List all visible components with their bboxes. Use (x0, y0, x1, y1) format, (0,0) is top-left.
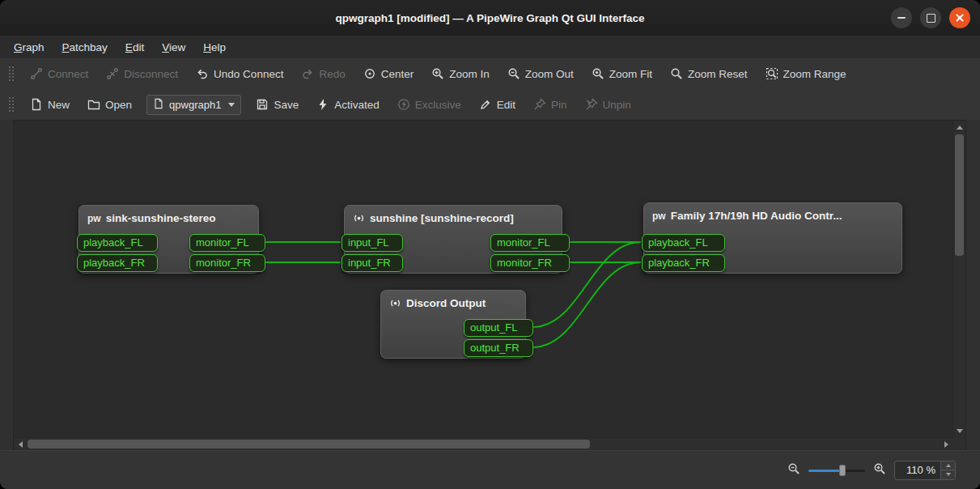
horizontal-scrollbar[interactable] (14, 437, 952, 450)
redo-button[interactable]: Redo (293, 63, 353, 84)
menu-view[interactable]: View (153, 38, 194, 57)
toolbar-drag-handle[interactable] (8, 96, 14, 113)
scroll-left-button[interactable] (14, 438, 27, 451)
menubar: Graph Patchbay Edit View Help (0, 36, 980, 59)
connect-button[interactable]: Connect (22, 63, 96, 84)
zoom-step-down-button[interactable] (941, 470, 955, 479)
zoom-in-icon (431, 67, 444, 80)
port-playback_FR[interactable]: playback_FR (642, 254, 725, 272)
scrollbar-corner (952, 437, 965, 450)
exclusive-toggle[interactable]: Exclusive (389, 94, 469, 115)
pin-icon (533, 98, 546, 111)
port-monitor_FR[interactable]: monitor_FR (490, 254, 570, 272)
connection-line (532, 262, 641, 347)
zoom-controls: 110 % (787, 451, 956, 489)
zoom-in-button[interactable]: Zoom In (423, 63, 498, 84)
activated-bolt-icon (316, 98, 329, 111)
arrow-up-icon (946, 464, 951, 467)
scroll-up-button[interactable] (953, 121, 966, 134)
node-discord-output[interactable]: Discord Output output_FL output_FR (380, 290, 526, 359)
node-sink-sunshine-stereo[interactable]: pw sink-sunshine-stereo playback_FL play… (78, 205, 259, 274)
zoom-slider[interactable] (808, 464, 865, 477)
zoom-reset-button[interactable]: Zoom Reset (662, 63, 756, 84)
graph-canvas[interactable]: pw sink-sunshine-stereo playback_FL play… (14, 121, 952, 437)
horizontal-scrollbar-thumb[interactable] (28, 440, 590, 449)
port-output_FL[interactable]: output_FL (464, 319, 533, 337)
zoom-out-icon[interactable] (787, 462, 800, 478)
edit-pencil-icon (479, 98, 492, 111)
zoom-in-icon[interactable] (873, 462, 886, 478)
minimize-icon (897, 17, 906, 19)
node-header: Discord Output (381, 291, 525, 309)
port-input_FR[interactable]: input_FR (342, 254, 403, 272)
node-title: Family 17h/19h HD Audio Contr... (671, 210, 842, 222)
close-icon (955, 13, 965, 23)
node-title: sink-sunshine-stereo (106, 212, 216, 224)
disconnect-icon (106, 67, 119, 80)
chevron-down-icon (228, 103, 235, 107)
port-monitor_FL[interactable]: monitor_FL (490, 234, 570, 252)
port-input_FL[interactable]: input_FL (342, 234, 403, 252)
menu-graph[interactable]: Graph (5, 38, 53, 57)
zoom-step-up-button[interactable] (941, 461, 955, 470)
node-sunshine-record[interactable]: sunshine [sunshine-record] input_FL inpu… (344, 205, 562, 274)
open-button[interactable]: Open (79, 94, 140, 115)
close-button[interactable] (949, 7, 970, 28)
zoom-reset-icon (670, 67, 683, 80)
menu-patchbay[interactable]: Patchbay (53, 38, 117, 57)
zoom-range-button[interactable]: Zoom Range (757, 63, 855, 84)
scroll-right-button[interactable] (940, 438, 952, 451)
node-header: pw Family 17h/19h HD Audio Contr... (644, 203, 902, 222)
port-output_FR[interactable]: output_FR (464, 339, 533, 357)
maximize-button[interactable] (920, 7, 941, 28)
node-header: pw sink-sunshine-stereo (79, 206, 258, 224)
vertical-scrollbar[interactable] (952, 121, 965, 437)
zoom-spinbox[interactable]: 110 % (894, 461, 956, 480)
zoom-out-icon (507, 67, 520, 80)
pin-button[interactable]: Pin (525, 94, 575, 115)
patchbay-selector-value: qpwgraph1 (169, 99, 221, 111)
minimize-button[interactable] (891, 7, 912, 28)
activated-toggle[interactable]: Activated (308, 94, 388, 115)
toolbar-drag-handle[interactable] (8, 65, 14, 83)
statusbar: 110 % (0, 450, 980, 489)
center-button[interactable]: Center (355, 63, 422, 84)
scroll-down-button[interactable] (953, 424, 966, 437)
disconnect-button[interactable]: Disconnect (98, 63, 186, 84)
menu-help[interactable]: Help (194, 38, 235, 57)
port-playback_FR[interactable]: playback_FR (77, 254, 158, 272)
app-window: qpwgraph1 [modified] — A PipeWire Graph … (0, 0, 980, 489)
open-folder-icon (87, 98, 100, 111)
zoom-fit-icon (592, 67, 605, 80)
graph-toolbar: Connect Disconnect Undo Connect Redo Cen… (0, 58, 980, 90)
undo-connect-button[interactable]: Undo Connect (188, 63, 291, 84)
zoom-slider-handle[interactable] (839, 465, 846, 476)
zoom-slider-fill (808, 470, 840, 472)
unpin-icon (585, 98, 598, 111)
arrow-down-icon (957, 429, 963, 433)
node-family-hd-audio[interactable]: pw Family 17h/19h HD Audio Contr... play… (643, 202, 902, 274)
exclusive-icon (397, 98, 410, 111)
port-monitor_FL[interactable]: monitor_FL (189, 234, 265, 252)
port-playback_FL[interactable]: playback_FL (77, 234, 158, 252)
zoom-fit-button[interactable]: Zoom Fit (583, 63, 660, 84)
vertical-scrollbar-thumb[interactable] (955, 134, 964, 256)
menu-edit[interactable]: Edit (117, 38, 153, 57)
unpin-button[interactable]: Unpin (577, 94, 639, 115)
edit-toggle[interactable]: Edit (471, 94, 524, 115)
window-title: qpwgraph1 [modified] — A PipeWire Graph … (335, 12, 644, 24)
redo-icon (301, 67, 314, 80)
zoom-out-button[interactable]: Zoom Out (499, 63, 582, 84)
new-button[interactable]: New (22, 94, 78, 115)
patchbay-file-icon (153, 98, 164, 112)
port-monitor_FR[interactable]: monitor_FR (189, 254, 265, 272)
new-file-icon (30, 98, 43, 111)
titlebar[interactable]: qpwgraph1 [modified] — A PipeWire Graph … (0, 0, 980, 36)
save-button[interactable]: Save (248, 94, 307, 115)
zoom-value[interactable]: 110 % (895, 461, 940, 479)
arrow-down-icon (946, 473, 951, 476)
undo-icon (196, 67, 209, 80)
port-playback_FL[interactable]: playback_FL (642, 234, 725, 252)
connections-layer (14, 121, 952, 437)
patchbay-selector-combobox[interactable]: qpwgraph1 (146, 95, 241, 115)
